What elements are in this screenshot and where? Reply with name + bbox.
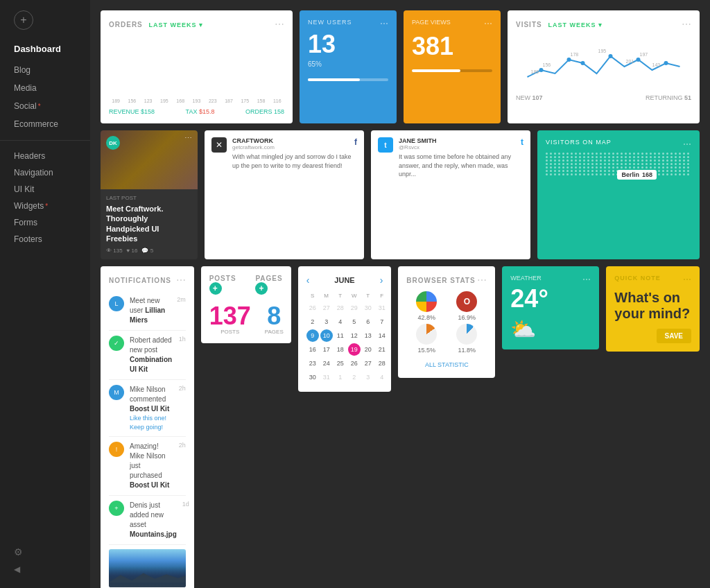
- cal-day[interactable]: 31: [320, 371, 333, 383]
- cal-day[interactable]: 24: [320, 357, 333, 370]
- sidebar-item-widgets[interactable]: Widgets*: [0, 198, 90, 214]
- cal-day[interactable]: 30: [362, 302, 374, 314]
- cal-day[interactable]: 2: [348, 371, 361, 383]
- cal-day[interactable]: 23: [306, 357, 319, 370]
- cal-day[interactable]: 7: [376, 315, 388, 328]
- sidebar-item-blog[interactable]: Blog: [0, 61, 90, 79]
- cal-day[interactable]: 2: [306, 315, 319, 328]
- cal-next[interactable]: ›: [380, 275, 383, 286]
- opera-icon: O: [456, 291, 477, 312]
- notif-avatar-2: ✓: [109, 336, 124, 351]
- calendar-card: ‹ JUNE › S M T W T F S 26 27 28 29 30 31…: [298, 266, 392, 392]
- browser-all-link[interactable]: ALL STATISTIC: [425, 361, 469, 368]
- cal-day[interactable]: 12: [348, 329, 361, 342]
- sidebar-item-media[interactable]: Media: [0, 79, 90, 97]
- sidebar-item-uikit[interactable]: UI Kit: [0, 181, 90, 198]
- cal-day[interactable]: 31: [376, 302, 388, 314]
- cal-header-m: M: [320, 291, 333, 300]
- cal-day[interactable]: 15: [390, 329, 392, 342]
- quick-note-save-button[interactable]: SAVE: [657, 329, 692, 343]
- cal-day[interactable]: 5: [390, 371, 392, 383]
- cal-day[interactable]: 5: [348, 315, 361, 328]
- notif-avatar-4: !: [109, 442, 124, 457]
- browser-stats-card: BROWSER STATS ⋯ 42.8% O 16.9% 15.5%: [398, 266, 495, 378]
- cal-day[interactable]: 3: [320, 315, 333, 328]
- map-options[interactable]: ⋯: [683, 139, 691, 149]
- notif-time-4: 2h: [179, 442, 186, 449]
- cal-day[interactable]: 11: [334, 329, 347, 342]
- cal-day-highlighted-9[interactable]: 9: [306, 329, 319, 342]
- chrome-pct: 42.8%: [418, 314, 436, 321]
- sidebar-item-headers[interactable]: Headers: [0, 148, 90, 164]
- new-users-options[interactable]: ⋯: [380, 19, 388, 28]
- cal-day[interactable]: 8: [390, 315, 392, 328]
- quick-note-label: QUICK NOTE: [614, 275, 661, 282]
- cal-day-today[interactable]: 19: [348, 343, 361, 356]
- cal-day[interactable]: 4: [376, 371, 388, 383]
- cal-day-highlighted-10[interactable]: 10: [320, 329, 333, 342]
- safari-pct: 11.8%: [458, 347, 476, 354]
- cal-prev[interactable]: ‹: [306, 275, 310, 286]
- row-3: NOTIFICATIONS ⋯ L Meet new user Lillian …: [101, 266, 700, 588]
- cal-day[interactable]: 25: [334, 357, 347, 370]
- cal-day[interactable]: 14: [376, 329, 388, 342]
- cal-day[interactable]: 21: [376, 343, 388, 356]
- sidebar-item-social[interactable]: Social*: [0, 97, 90, 115]
- weather-temp: 24°: [510, 284, 591, 313]
- row-1: ORDERS LAST WEEKS ▾ ⋯ 189 156 123: [101, 10, 700, 123]
- posts-add-btn[interactable]: +: [209, 282, 222, 295]
- pages-add-btn[interactable]: +: [255, 282, 268, 295]
- browser-options[interactable]: ⋯: [477, 275, 487, 286]
- cal-day[interactable]: 6: [362, 315, 374, 328]
- sidebar-item-forms[interactable]: Forms: [0, 214, 90, 231]
- page-views-label: PAGE VIEWS: [412, 19, 451, 26]
- cal-day[interactable]: 1: [334, 371, 347, 383]
- cal-day[interactable]: 13: [362, 329, 374, 342]
- cal-day[interactable]: 30: [306, 371, 319, 383]
- cal-day[interactable]: 18: [334, 343, 347, 356]
- cal-day[interactable]: 28: [376, 357, 388, 370]
- cal-header-s2: S: [390, 291, 392, 300]
- settings-icon[interactable]: ⚙: [0, 543, 90, 561]
- page-views-progress: [412, 69, 492, 72]
- collapse-icon[interactable]: ◀: [0, 561, 90, 578]
- cal-day[interactable]: 29: [390, 357, 392, 370]
- cal-day[interactable]: 3: [362, 371, 374, 383]
- last-post-options[interactable]: ⋯: [184, 134, 192, 143]
- cal-day[interactable]: 4: [334, 315, 347, 328]
- cal-day[interactable]: 16: [306, 343, 319, 356]
- cal-day[interactable]: 27: [362, 357, 374, 370]
- cal-day[interactable]: 20: [362, 343, 374, 356]
- craftwork-name: CRAFTWORK: [232, 137, 275, 144]
- orders-options-icon[interactable]: ⋯: [275, 19, 284, 30]
- visits-options[interactable]: ⋯: [682, 19, 691, 30]
- sidebar-item-navigation[interactable]: Navigation: [0, 164, 90, 181]
- cal-day[interactable]: 29: [348, 302, 361, 314]
- craftwork-text: With what mingled joy and sorrow do I ta…: [232, 153, 357, 170]
- cal-day[interactable]: 26: [348, 357, 361, 370]
- page-views-count: 381: [412, 34, 492, 59]
- social-card-craftwork: ✕ CRAFTWORK getcraftwork.com f With what…: [205, 130, 364, 259]
- cal-day[interactable]: 22: [390, 343, 392, 356]
- sidebar-item-ecommerce[interactable]: Ecommerce: [0, 115, 90, 133]
- cal-title: JUNE: [334, 276, 354, 284]
- cal-day[interactable]: 28: [334, 302, 347, 314]
- quick-note-options[interactable]: ⋯: [683, 275, 691, 284]
- notif-time-1: 2m: [177, 296, 186, 303]
- notif-text-5: Denis just added new asset Mountains.jpg: [130, 501, 177, 539]
- new-users-progress: [308, 78, 388, 81]
- cal-header-w: W: [348, 291, 361, 300]
- cal-day[interactable]: 17: [320, 343, 333, 356]
- sidebar-item-footers[interactable]: Footers: [0, 231, 90, 248]
- page-views-card: PAGE VIEWS ⋯ 381: [404, 10, 501, 123]
- svg-point-5: [664, 61, 668, 65]
- visits-line-chart: 189 156 178 195 201 197 143: [516, 35, 691, 91]
- page-views-options[interactable]: ⋯: [484, 19, 492, 28]
- cal-day[interactable]: 1: [390, 302, 392, 314]
- sidebar-add-button[interactable]: +: [14, 10, 33, 30]
- cal-day[interactable]: 26: [306, 302, 319, 314]
- weather-options[interactable]: ⋯: [582, 275, 591, 284]
- notif-options[interactable]: ⋯: [176, 275, 186, 286]
- cal-day[interactable]: 27: [320, 302, 333, 314]
- cal-header-s1: S: [306, 291, 319, 300]
